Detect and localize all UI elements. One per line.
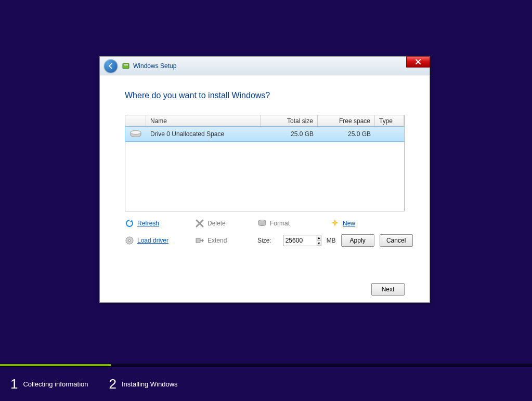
format-link: Format bbox=[257, 219, 330, 228]
drive-name: Drive 0 Unallocated Space bbox=[146, 130, 261, 138]
svg-point-5 bbox=[334, 222, 336, 224]
next-button[interactable]: Next bbox=[371, 283, 405, 296]
progress-step1-bar bbox=[0, 364, 111, 366]
format-icon bbox=[257, 219, 267, 228]
step-2: 2 Installing Windows bbox=[109, 376, 177, 392]
arrow-left-icon bbox=[107, 62, 114, 70]
delete-icon bbox=[195, 219, 204, 228]
drive-total: 25.0 GB bbox=[261, 130, 318, 138]
drive-row[interactable]: Drive 0 Unallocated Space 25.0 GB 25.0 G… bbox=[125, 126, 405, 142]
close-button[interactable] bbox=[406, 56, 430, 68]
page-heading: Where do you want to install Windows? bbox=[125, 91, 405, 100]
size-row: Size: ▲ ▼ MB Apply Cancel bbox=[257, 234, 406, 247]
size-unit: MB bbox=[327, 237, 336, 244]
drive-actions: Refresh Delete Format New bbox=[125, 219, 405, 247]
extend-link: Extend bbox=[195, 236, 257, 245]
setup-icon bbox=[122, 62, 130, 70]
spinner-up[interactable]: ▲ bbox=[317, 235, 321, 241]
col-name[interactable]: Name bbox=[146, 115, 261, 126]
col-free[interactable]: Free space bbox=[318, 115, 375, 126]
refresh-link[interactable]: Refresh bbox=[125, 219, 195, 228]
setup-wizard-window: Windows Setup Where do you want to insta… bbox=[99, 56, 430, 303]
delete-link: Delete bbox=[195, 219, 257, 228]
step-1: 1 Collecting information bbox=[10, 376, 88, 392]
close-icon bbox=[414, 59, 422, 65]
cancel-button[interactable]: Cancel bbox=[380, 234, 413, 247]
col-total[interactable]: Total size bbox=[261, 115, 318, 126]
size-spinner[interactable]: ▲ ▼ bbox=[317, 235, 321, 246]
window-title: Windows Setup bbox=[133, 62, 176, 70]
drive-list-header: Name Total size Free space Type bbox=[125, 115, 404, 127]
cd-icon bbox=[125, 236, 134, 245]
drive-list: Name Total size Free space Type Drive 0 … bbox=[125, 115, 405, 211]
size-input[interactable] bbox=[283, 235, 317, 246]
progress-strip bbox=[0, 364, 532, 367]
back-button[interactable] bbox=[104, 59, 118, 73]
refresh-icon bbox=[125, 219, 134, 228]
drive-free: 25.0 GB bbox=[318, 130, 375, 138]
new-icon bbox=[330, 219, 340, 228]
setup-steps: 1 Collecting information 2 Installing Wi… bbox=[0, 371, 532, 397]
extend-icon bbox=[195, 236, 204, 245]
titlebar: Windows Setup bbox=[100, 57, 430, 75]
new-link[interactable]: New bbox=[330, 219, 406, 228]
svg-rect-8 bbox=[196, 238, 200, 243]
disk-icon bbox=[129, 130, 142, 138]
wizard-body: Where do you want to install Windows? Na… bbox=[100, 75, 430, 306]
svg-rect-1 bbox=[124, 64, 128, 65]
col-type[interactable]: Type bbox=[375, 115, 404, 126]
svg-point-7 bbox=[128, 239, 131, 242]
svg-rect-0 bbox=[123, 63, 129, 69]
load-driver-link[interactable]: Load driver bbox=[125, 236, 195, 245]
apply-button[interactable]: Apply bbox=[341, 234, 374, 247]
svg-point-3 bbox=[131, 131, 141, 135]
col-icon[interactable] bbox=[125, 115, 146, 126]
spinner-down[interactable]: ▼ bbox=[317, 241, 321, 246]
size-label: Size: bbox=[257, 237, 271, 244]
progress-step2-bar bbox=[111, 364, 532, 366]
